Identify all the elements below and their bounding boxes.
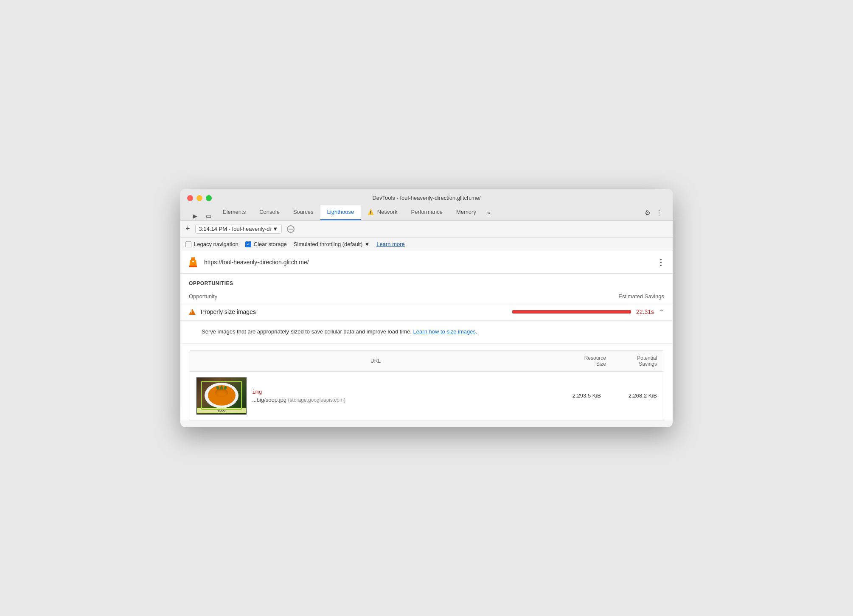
- col-resource-header: ResourceSize: [555, 355, 606, 367]
- site-more-options-icon[interactable]: ⋮: [657, 257, 666, 267]
- row-url-source: (storage.googleapis.com): [288, 397, 345, 403]
- opportunity-title: Properly size images: [201, 308, 507, 315]
- throttling-option: Simulated throttling (default) ▼: [294, 241, 370, 247]
- opportunities-section: OPPORTUNITIES Opportunity Estimated Savi…: [180, 274, 673, 420]
- tab-bar-right-icons: ⚙ ⋮: [645, 209, 662, 220]
- tab-sources[interactable]: Sources: [286, 205, 320, 220]
- clear-storage-checkbox[interactable]: [245, 241, 251, 247]
- device-icon[interactable]: ▭: [204, 212, 213, 220]
- window-controls: [187, 195, 212, 201]
- tab-more-button[interactable]: »: [483, 206, 494, 220]
- svg-rect-4: [189, 266, 197, 267]
- tab-memory[interactable]: Memory: [449, 205, 483, 220]
- row-potential-savings: 2,268.2 KiB: [606, 392, 657, 399]
- detail-table: URL ResourceSize PotentialSavings: [189, 350, 664, 420]
- settings-icon[interactable]: ⚙: [645, 209, 651, 217]
- col-savings-header: Estimated Savings: [618, 293, 664, 300]
- thumbnail-label: Soop: [197, 408, 246, 413]
- tab-bar-left-icons: ▶ ▭: [191, 212, 213, 220]
- learn-more-link[interactable]: Learn more: [376, 241, 404, 247]
- add-session-button[interactable]: +: [185, 224, 190, 233]
- tab-lighthouse[interactable]: Lighthouse: [320, 205, 361, 220]
- tab-elements[interactable]: Elements: [216, 205, 253, 220]
- cursor-icon[interactable]: ▶: [191, 212, 199, 220]
- row-html-tag: img: [252, 389, 545, 395]
- col-url-header: URL: [196, 358, 555, 364]
- tab-console[interactable]: Console: [253, 205, 286, 220]
- row-info: img ...big/soop.jpg (storage.googleapis.…: [252, 389, 545, 403]
- col-potential-header: PotentialSavings: [606, 355, 657, 367]
- row-resource-size: 2,293.5 KiB: [550, 392, 601, 399]
- minimize-button[interactable]: [196, 195, 202, 201]
- opportunity-detail: Serve images that are appropriately-size…: [180, 321, 673, 344]
- session-selector[interactable]: 3:14:14 PM - foul-heavenly-di ▼: [195, 224, 282, 234]
- svg-rect-3: [192, 261, 194, 262]
- opportunities-header: OPPORTUNITIES: [180, 274, 673, 290]
- warning-triangle-icon: [189, 309, 196, 315]
- devtools-window: DevTools - foul-heavenly-direction.glitc…: [180, 189, 673, 427]
- main-content: https://foul-heavenly-direction.glitch.m…: [180, 251, 673, 420]
- legacy-navigation-option[interactable]: Legacy navigation: [185, 241, 239, 247]
- svg-rect-1: [191, 259, 195, 260]
- close-button[interactable]: [187, 195, 193, 201]
- window-title: DevTools - foul-heavenly-direction.glitc…: [372, 195, 480, 201]
- expand-chevron-icon[interactable]: ⌃: [659, 308, 664, 315]
- savings-bar: [512, 310, 631, 314]
- throttling-dropdown-icon[interactable]: ▼: [364, 241, 370, 247]
- more-options-icon[interactable]: ⋮: [656, 209, 662, 217]
- col-opportunity-header: Opportunity: [189, 293, 618, 300]
- options-row: Legacy navigation Clear storage Simulate…: [180, 238, 673, 251]
- lighthouse-logo-icon: [187, 256, 199, 268]
- table-row: Soop img ...big/soop.jpg (storage.google…: [189, 372, 664, 420]
- tab-bar: ▶ ▭ Elements Console Sources Lighthouse …: [187, 205, 666, 220]
- site-url: https://foul-heavenly-direction.glitch.m…: [204, 259, 651, 266]
- maximize-button[interactable]: [206, 195, 212, 201]
- image-thumbnail: Soop: [196, 377, 247, 415]
- clear-storage-option[interactable]: Clear storage: [245, 241, 287, 247]
- thumbnail-image: Soop: [197, 378, 246, 414]
- legacy-navigation-checkbox[interactable]: [185, 241, 191, 247]
- toolbar-row: + 3:14:14 PM - foul-heavenly-di ▼: [180, 221, 673, 238]
- no-entry-icon[interactable]: [287, 225, 295, 233]
- session-dropdown-icon: ▼: [272, 226, 278, 232]
- column-headers: Opportunity Estimated Savings: [180, 290, 673, 303]
- devtools-content: + 3:14:14 PM - foul-heavenly-di ▼ Legacy…: [180, 220, 673, 420]
- learn-how-link[interactable]: Learn how to size images: [413, 328, 476, 335]
- site-row: https://foul-heavenly-direction.glitch.m…: [180, 251, 673, 274]
- row-url: ...big/soop.jpg (storage.googleapis.com): [252, 397, 545, 403]
- opportunity-row: Properly size images 22.31s ⌃: [180, 303, 673, 321]
- savings-value: 22.31s: [636, 308, 654, 315]
- savings-bar-container: 22.31s: [512, 308, 654, 315]
- svg-rect-5: [192, 257, 194, 258]
- tab-network[interactable]: Network: [361, 205, 404, 220]
- title-bar: DevTools - foul-heavenly-direction.glitc…: [180, 189, 673, 220]
- tab-performance[interactable]: Performance: [404, 205, 449, 220]
- table-header: URL ResourceSize PotentialSavings: [189, 351, 664, 372]
